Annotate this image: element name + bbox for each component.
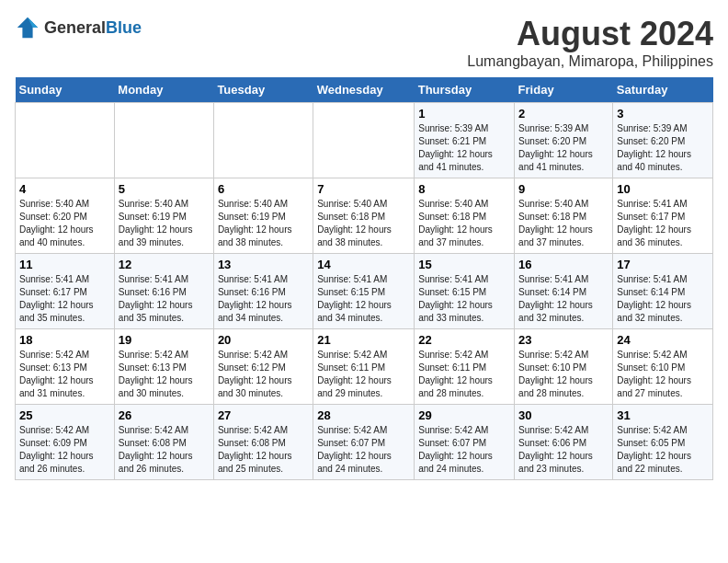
day-of-week-header: Tuesday	[213, 77, 313, 103]
day-number: 12	[119, 258, 210, 271]
day-of-week-header: Wednesday	[313, 77, 415, 103]
day-info: Sunrise: 5:42 AM Sunset: 6:06 PM Dayligh…	[518, 424, 609, 476]
day-number: 19	[119, 333, 210, 347]
calendar-week-row: 1Sunrise: 5:39 AM Sunset: 6:21 PM Daylig…	[16, 103, 713, 178]
calendar-cell: 17Sunrise: 5:41 AM Sunset: 6:14 PM Dayli…	[613, 254, 713, 329]
calendar-cell: 13Sunrise: 5:41 AM Sunset: 6:16 PM Dayli…	[213, 254, 313, 329]
calendar-cell: 7Sunrise: 5:40 AM Sunset: 6:18 PM Daylig…	[313, 178, 415, 254]
calendar-cell: 31Sunrise: 5:42 AM Sunset: 6:05 PM Dayli…	[613, 405, 713, 480]
logo: GeneralBlue	[15, 15, 142, 40]
day-number: 16	[518, 258, 609, 271]
logo-text-general: General	[44, 18, 106, 37]
day-info: Sunrise: 5:40 AM Sunset: 6:19 PM Dayligh…	[218, 198, 309, 249]
calendar-table: SundayMondayTuesdayWednesdayThursdayFrid…	[15, 77, 713, 480]
day-info: Sunrise: 5:42 AM Sunset: 6:12 PM Dayligh…	[218, 349, 309, 400]
calendar-cell: 21Sunrise: 5:42 AM Sunset: 6:11 PM Dayli…	[313, 329, 415, 405]
day-number: 13	[218, 258, 309, 271]
day-number: 26	[119, 408, 210, 422]
day-info: Sunrise: 5:40 AM Sunset: 6:18 PM Dayligh…	[317, 198, 410, 249]
day-info: Sunrise: 5:42 AM Sunset: 6:10 PM Dayligh…	[617, 349, 709, 400]
calendar-cell: 18Sunrise: 5:42 AM Sunset: 6:13 PM Dayli…	[16, 329, 115, 405]
calendar-week-row: 18Sunrise: 5:42 AM Sunset: 6:13 PM Dayli…	[16, 329, 713, 405]
calendar-cell: 9Sunrise: 5:40 AM Sunset: 6:18 PM Daylig…	[515, 178, 613, 254]
day-number: 22	[418, 333, 510, 347]
day-of-week-header: Friday	[515, 77, 613, 103]
day-number: 25	[19, 408, 110, 422]
calendar-cell: 25Sunrise: 5:42 AM Sunset: 6:09 PM Dayli…	[16, 405, 115, 480]
calendar-cell: 27Sunrise: 5:42 AM Sunset: 6:08 PM Dayli…	[213, 405, 313, 480]
day-number: 17	[617, 258, 709, 271]
day-number: 31	[617, 408, 709, 422]
day-info: Sunrise: 5:40 AM Sunset: 6:18 PM Dayligh…	[418, 198, 510, 249]
day-info: Sunrise: 5:41 AM Sunset: 6:15 PM Dayligh…	[317, 273, 410, 325]
calendar-cell: 4Sunrise: 5:40 AM Sunset: 6:20 PM Daylig…	[16, 178, 115, 254]
main-title: August 2024	[467, 15, 713, 53]
calendar-week-row: 25Sunrise: 5:42 AM Sunset: 6:09 PM Dayli…	[16, 405, 713, 480]
day-info: Sunrise: 5:41 AM Sunset: 6:14 PM Dayligh…	[518, 273, 609, 325]
calendar-cell: 6Sunrise: 5:40 AM Sunset: 6:19 PM Daylig…	[213, 178, 313, 254]
day-number: 3	[617, 107, 709, 121]
calendar-cell: 1Sunrise: 5:39 AM Sunset: 6:21 PM Daylig…	[415, 103, 515, 178]
day-number: 2	[518, 107, 609, 121]
calendar-cell: 14Sunrise: 5:41 AM Sunset: 6:15 PM Dayli…	[313, 254, 415, 329]
calendar-cell: 11Sunrise: 5:41 AM Sunset: 6:17 PM Dayli…	[16, 254, 115, 329]
calendar-cell: 19Sunrise: 5:42 AM Sunset: 6:13 PM Dayli…	[114, 329, 213, 405]
calendar-cell	[213, 103, 313, 178]
day-info: Sunrise: 5:42 AM Sunset: 6:10 PM Dayligh…	[518, 349, 609, 400]
calendar-cell: 28Sunrise: 5:42 AM Sunset: 6:07 PM Dayli…	[313, 405, 415, 480]
calendar-cell: 26Sunrise: 5:42 AM Sunset: 6:08 PM Dayli…	[114, 405, 213, 480]
calendar-cell: 3Sunrise: 5:39 AM Sunset: 6:20 PM Daylig…	[613, 103, 713, 178]
day-of-week-header: Saturday	[613, 77, 713, 103]
calendar-cell: 20Sunrise: 5:42 AM Sunset: 6:12 PM Dayli…	[213, 329, 313, 405]
calendar-cell: 16Sunrise: 5:41 AM Sunset: 6:14 PM Dayli…	[515, 254, 613, 329]
calendar-cell: 8Sunrise: 5:40 AM Sunset: 6:18 PM Daylig…	[415, 178, 515, 254]
calendar-cell: 5Sunrise: 5:40 AM Sunset: 6:19 PM Daylig…	[114, 178, 213, 254]
day-number: 4	[19, 182, 110, 196]
day-info: Sunrise: 5:42 AM Sunset: 6:05 PM Dayligh…	[617, 424, 709, 476]
day-number: 23	[518, 333, 609, 347]
title-area: August 2024 Lumangbayan, Mimaropa, Phili…	[467, 15, 713, 70]
logo-text-blue: Blue	[106, 18, 142, 37]
day-info: Sunrise: 5:42 AM Sunset: 6:09 PM Dayligh…	[19, 424, 110, 476]
calendar-week-row: 4Sunrise: 5:40 AM Sunset: 6:20 PM Daylig…	[16, 178, 713, 254]
day-number: 24	[617, 333, 709, 347]
day-info: Sunrise: 5:41 AM Sunset: 6:17 PM Dayligh…	[19, 273, 110, 325]
day-info: Sunrise: 5:39 AM Sunset: 6:21 PM Dayligh…	[418, 122, 510, 174]
calendar-cell: 22Sunrise: 5:42 AM Sunset: 6:11 PM Dayli…	[415, 329, 515, 405]
day-info: Sunrise: 5:41 AM Sunset: 6:16 PM Dayligh…	[218, 273, 309, 325]
day-number: 6	[218, 182, 309, 196]
day-info: Sunrise: 5:40 AM Sunset: 6:19 PM Dayligh…	[119, 198, 210, 249]
day-of-week-header: Monday	[114, 77, 213, 103]
day-info: Sunrise: 5:39 AM Sunset: 6:20 PM Dayligh…	[617, 122, 709, 174]
day-number: 7	[317, 182, 410, 196]
day-info: Sunrise: 5:42 AM Sunset: 6:13 PM Dayligh…	[19, 349, 110, 400]
calendar-cell: 29Sunrise: 5:42 AM Sunset: 6:07 PM Dayli…	[415, 405, 515, 480]
day-info: Sunrise: 5:42 AM Sunset: 6:07 PM Dayligh…	[418, 424, 510, 476]
day-info: Sunrise: 5:42 AM Sunset: 6:11 PM Dayligh…	[317, 349, 410, 400]
day-number: 9	[518, 182, 609, 196]
day-info: Sunrise: 5:41 AM Sunset: 6:16 PM Dayligh…	[119, 273, 210, 325]
day-number: 29	[418, 408, 510, 422]
day-number: 20	[218, 333, 309, 347]
logo-icon	[15, 15, 40, 40]
day-info: Sunrise: 5:41 AM Sunset: 6:17 PM Dayligh…	[617, 198, 709, 249]
day-number: 15	[418, 258, 510, 271]
day-info: Sunrise: 5:41 AM Sunset: 6:15 PM Dayligh…	[418, 273, 510, 325]
day-number: 11	[19, 258, 110, 271]
calendar-week-row: 11Sunrise: 5:41 AM Sunset: 6:17 PM Dayli…	[16, 254, 713, 329]
calendar-cell: 2Sunrise: 5:39 AM Sunset: 6:20 PM Daylig…	[515, 103, 613, 178]
day-number: 28	[317, 408, 410, 422]
sub-title: Lumangbayan, Mimaropa, Philippines	[467, 53, 713, 70]
calendar-cell: 15Sunrise: 5:41 AM Sunset: 6:15 PM Dayli…	[415, 254, 515, 329]
day-info: Sunrise: 5:42 AM Sunset: 6:08 PM Dayligh…	[119, 424, 210, 476]
day-info: Sunrise: 5:39 AM Sunset: 6:20 PM Dayligh…	[518, 122, 609, 174]
calendar-cell	[16, 103, 115, 178]
calendar-cell	[313, 103, 415, 178]
calendar-cell: 30Sunrise: 5:42 AM Sunset: 6:06 PM Dayli…	[515, 405, 613, 480]
day-number: 1	[418, 107, 510, 121]
day-of-week-header: Sunday	[16, 77, 115, 103]
calendar-cell: 12Sunrise: 5:41 AM Sunset: 6:16 PM Dayli…	[114, 254, 213, 329]
day-number: 14	[317, 258, 410, 271]
day-info: Sunrise: 5:42 AM Sunset: 6:08 PM Dayligh…	[218, 424, 309, 476]
calendar-cell: 23Sunrise: 5:42 AM Sunset: 6:10 PM Dayli…	[515, 329, 613, 405]
